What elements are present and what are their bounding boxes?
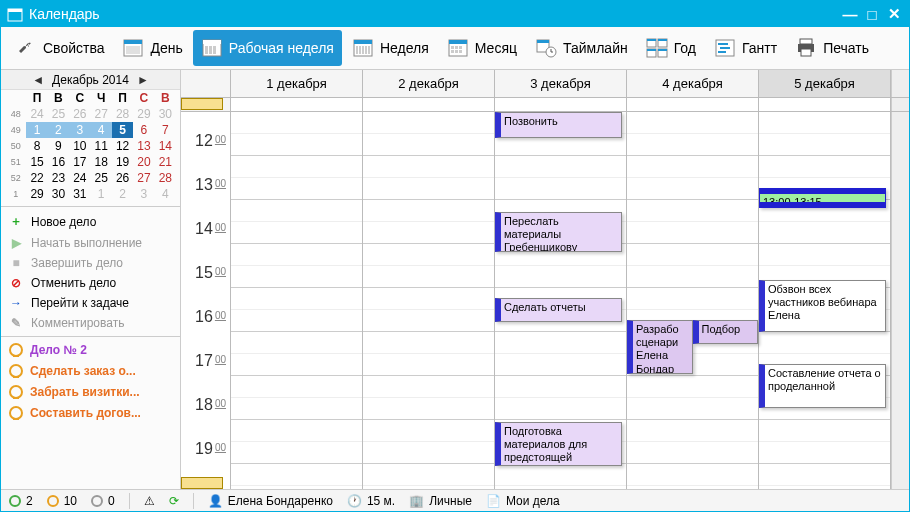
calendar-event[interactable]: Подготовка материалов для предстоящей bbox=[495, 422, 622, 466]
calendar-day-icon bbox=[122, 37, 144, 59]
svg-rect-9 bbox=[213, 46, 216, 54]
goto-action[interactable]: →Перейти к задаче bbox=[9, 296, 172, 310]
svg-rect-32 bbox=[647, 39, 656, 41]
props-button[interactable]: Свойства bbox=[7, 30, 112, 66]
maximize-button[interactable]: □ bbox=[863, 6, 881, 23]
day-header-3[interactable]: 3 декабря bbox=[495, 70, 627, 97]
svg-rect-16 bbox=[368, 46, 370, 54]
day-header-4[interactable]: 4 декабря bbox=[627, 70, 759, 97]
gantt-button[interactable]: Гантт bbox=[706, 30, 785, 66]
time-marker-bottom bbox=[181, 477, 223, 489]
svg-rect-13 bbox=[359, 46, 361, 54]
task-item[interactable]: Составить догов... bbox=[9, 406, 172, 420]
svg-rect-4 bbox=[126, 46, 140, 54]
gantt-icon bbox=[714, 37, 736, 59]
calendar-event[interactable]: Позвонить bbox=[495, 112, 622, 138]
calendar-grid: 1 декабря 2 декабря 3 декабря 4 декабря … bbox=[181, 70, 909, 489]
day-column-5[interactable]: 13:00-13:15Обзвон всех участников вебина… bbox=[759, 112, 891, 489]
finish-action[interactable]: ■Завершить дело bbox=[9, 256, 172, 270]
calendar-event[interactable]: 13:00-13:15 bbox=[759, 188, 886, 208]
mini-calendar[interactable]: ПВСЧПСВ482425262728293049123456750891011… bbox=[1, 90, 180, 207]
calendar-month-icon bbox=[447, 37, 469, 59]
minimize-button[interactable]: — bbox=[841, 6, 859, 23]
svg-rect-24 bbox=[459, 50, 462, 53]
workweek-button[interactable]: Рабочая неделя bbox=[193, 30, 342, 66]
next-month-button[interactable]: ► bbox=[137, 73, 149, 87]
new-task-action[interactable]: ＋Новое дело bbox=[9, 213, 172, 230]
status-category[interactable]: 🏢Личные bbox=[409, 494, 472, 508]
award-icon bbox=[9, 406, 23, 420]
printer-icon bbox=[795, 37, 817, 59]
play-icon: ▶ bbox=[9, 236, 23, 250]
status-count-silver: 0 bbox=[91, 494, 115, 508]
svg-rect-7 bbox=[205, 46, 208, 54]
day-header-2[interactable]: 2 декабря bbox=[363, 70, 495, 97]
task-list: Дело № 2Сделать заказ о...Забрать визитк… bbox=[1, 337, 180, 426]
status-duration[interactable]: 🕐15 м. bbox=[347, 494, 395, 508]
mini-cal-label: Декабрь 2014 bbox=[52, 73, 129, 87]
prev-month-button[interactable]: ◄ bbox=[32, 73, 44, 87]
medal-green-icon bbox=[9, 495, 21, 507]
day-header-5[interactable]: 5 декабря bbox=[759, 70, 891, 97]
close-button[interactable]: ✕ bbox=[885, 5, 903, 23]
svg-rect-1 bbox=[8, 9, 22, 12]
calendar-event[interactable]: Сделать отчеты bbox=[495, 298, 622, 322]
week-button[interactable]: Неделя bbox=[344, 30, 437, 66]
document-icon: 📄 bbox=[486, 494, 501, 508]
svg-rect-22 bbox=[451, 50, 454, 53]
calendar-week-icon bbox=[352, 37, 374, 59]
svg-rect-39 bbox=[718, 51, 726, 53]
calendar-year-icon bbox=[646, 37, 668, 59]
print-button[interactable]: Печать bbox=[787, 30, 877, 66]
calendar-event[interactable]: Разрабо сценари Елена Бондар bbox=[627, 320, 693, 374]
task-item[interactable]: Сделать заказ о... bbox=[9, 364, 172, 378]
svg-rect-18 bbox=[449, 40, 467, 44]
award-icon bbox=[9, 364, 23, 378]
svg-rect-35 bbox=[658, 49, 667, 51]
day-column-2[interactable] bbox=[363, 112, 495, 489]
time-marker-top bbox=[181, 98, 223, 110]
clock-icon: 🕐 bbox=[347, 494, 362, 508]
day-column-4[interactable]: Разрабо сценари Елена БондарПодбор bbox=[627, 112, 759, 489]
warning-icon[interactable]: ⚠ bbox=[144, 494, 155, 508]
time-column: 12001300140015001600170018001900 bbox=[181, 112, 231, 489]
award-icon bbox=[9, 385, 23, 399]
day-column-3[interactable]: ПозвонитьПереслать материалы Гребенщиков… bbox=[495, 112, 627, 489]
calendar-event[interactable]: Переслать материалы Гребенщикову bbox=[495, 212, 622, 252]
month-button[interactable]: Месяц bbox=[439, 30, 525, 66]
calendar-event[interactable]: Подбор bbox=[693, 320, 759, 344]
calendar-workweek-icon bbox=[201, 37, 223, 59]
cancel-action[interactable]: ⊘Отменить дело bbox=[9, 276, 172, 290]
svg-rect-20 bbox=[455, 46, 458, 49]
calendar-event[interactable]: Составление отчета о проделанной bbox=[759, 364, 886, 408]
status-user[interactable]: 👤Елена Бондаренко bbox=[208, 494, 333, 508]
svg-rect-23 bbox=[455, 50, 458, 53]
year-button[interactable]: Год bbox=[638, 30, 704, 66]
day-header-1[interactable]: 1 декабря bbox=[231, 70, 363, 97]
mini-cal-header: ◄ Декабрь 2014 ► bbox=[1, 70, 180, 90]
task-item[interactable]: Забрать визитки... bbox=[9, 385, 172, 399]
user-icon: 👤 bbox=[208, 494, 223, 508]
day-headers: 1 декабря 2 декабря 3 декабря 4 декабря … bbox=[181, 70, 909, 98]
svg-rect-3 bbox=[124, 40, 142, 44]
day-column-1[interactable] bbox=[231, 112, 363, 489]
status-scope[interactable]: 📄Мои дела bbox=[486, 494, 560, 508]
scrollbar[interactable] bbox=[891, 112, 909, 489]
svg-rect-42 bbox=[801, 49, 811, 56]
status-count-orange: 10 bbox=[47, 494, 77, 508]
timeline-button[interactable]: Таймлайн bbox=[527, 30, 636, 66]
building-icon: 🏢 bbox=[409, 494, 424, 508]
svg-rect-12 bbox=[356, 46, 358, 54]
refresh-icon[interactable]: ⟳ bbox=[169, 494, 179, 508]
svg-rect-6 bbox=[203, 40, 221, 44]
day-button[interactable]: День bbox=[114, 30, 190, 66]
time-column-header bbox=[181, 70, 231, 97]
actions-panel: ＋Новое дело ▶Начать выполнение ■Завершит… bbox=[1, 207, 180, 337]
plus-icon: ＋ bbox=[9, 213, 23, 230]
comment-action[interactable]: ✎Комментировать bbox=[9, 316, 172, 330]
task-item[interactable]: Дело № 2 bbox=[9, 343, 172, 357]
calendar-event[interactable]: Обзвон всех участников вебинара Елена bbox=[759, 280, 886, 332]
svg-rect-38 bbox=[720, 47, 730, 49]
start-action[interactable]: ▶Начать выполнение bbox=[9, 236, 172, 250]
svg-rect-19 bbox=[451, 46, 454, 49]
